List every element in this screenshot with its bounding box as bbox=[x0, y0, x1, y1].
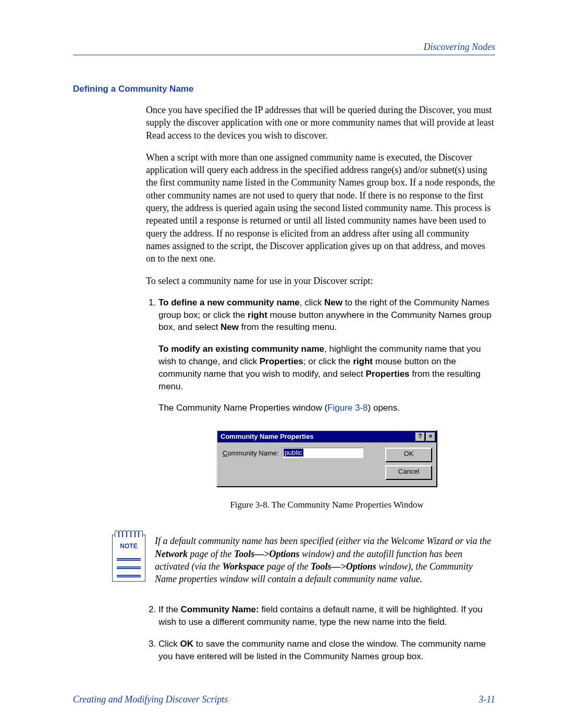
running-header: Discovering Nodes bbox=[73, 42, 495, 53]
para-behavior: When a script with more than one assigne… bbox=[146, 151, 495, 265]
step1-bold-right: right bbox=[248, 310, 267, 320]
step1-bold-new2: New bbox=[221, 322, 239, 332]
ok-button[interactable]: OK bbox=[385, 448, 432, 462]
close-icon[interactable]: × bbox=[426, 433, 435, 441]
footer-page-number: 3-11 bbox=[479, 694, 495, 705]
step1b-bold-modify: To modify an existing community name bbox=[158, 344, 324, 354]
figure-caption: Figure 3-8. The Community Name Propertie… bbox=[158, 499, 495, 511]
community-name-properties-dialog: Community Name Properties ? × Community … bbox=[216, 430, 437, 487]
section-heading: Defining a Community Name bbox=[73, 84, 495, 94]
header-rule bbox=[73, 55, 495, 55]
cancel-button[interactable]: Cancel bbox=[385, 465, 432, 480]
footer-left: Creating and Modifying Discover Scripts bbox=[73, 694, 228, 705]
dialog-title: Community Name Properties bbox=[221, 432, 414, 441]
para-leadin: To select a community name for use in yo… bbox=[146, 275, 495, 287]
step-2: If the Community Name: field contains a … bbox=[158, 603, 495, 628]
para-intro: Once you have specified the IP addresses… bbox=[146, 104, 495, 142]
figure-link[interactable]: Figure 3-8 bbox=[327, 403, 368, 413]
step3-bold: OK bbox=[180, 639, 194, 649]
note-label: NOTE bbox=[113, 542, 145, 550]
step-3: Click OK to save the community name and … bbox=[158, 638, 495, 663]
step1-bold-new: New bbox=[324, 298, 342, 307]
dialog-titlebar: Community Name Properties ? × bbox=[217, 431, 436, 442]
note-text: If a default community name has been spe… bbox=[155, 535, 495, 585]
step1b-bold-props: Properties bbox=[260, 356, 303, 366]
step2-bold: Community Name: bbox=[181, 604, 259, 614]
step1b-bold-props2: Properties bbox=[365, 369, 409, 379]
step1b-bold-right: right bbox=[353, 356, 373, 366]
community-name-label: Community Name: bbox=[223, 448, 279, 458]
note-icon: NOTE bbox=[112, 535, 145, 582]
step-1: To define a new community name, click Ne… bbox=[158, 297, 495, 511]
help-icon[interactable]: ? bbox=[415, 433, 425, 441]
step1-bold-define: To define a new community name bbox=[158, 298, 300, 307]
community-name-input[interactable]: public bbox=[282, 448, 363, 458]
